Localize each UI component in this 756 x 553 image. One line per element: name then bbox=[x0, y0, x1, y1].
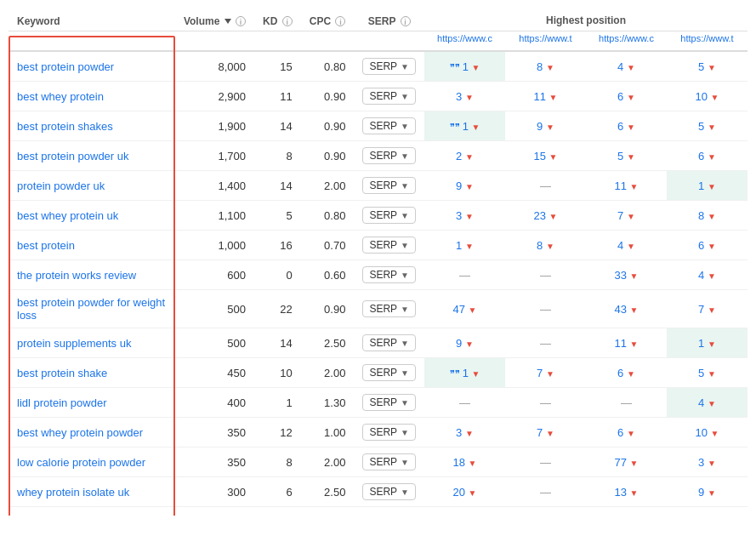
position-value: 1 bbox=[463, 60, 469, 73]
position-cell-2: 8 ▼ bbox=[505, 231, 586, 260]
position-cell-3: 6 ▼ bbox=[586, 111, 667, 141]
keyword-link[interactable]: best whey protein bbox=[17, 90, 104, 103]
keyword-link[interactable]: whey protein isolate uk bbox=[17, 486, 129, 499]
position-value: 11 bbox=[615, 337, 627, 350]
serp-button[interactable]: SERP ▼ bbox=[362, 88, 416, 105]
cpc-cell: 1.00 bbox=[301, 418, 355, 448]
arrow-down-icon: ▼ bbox=[546, 429, 554, 438]
keyword-link[interactable]: best protein bbox=[17, 239, 75, 252]
position-cell-3: 7 ▼ bbox=[586, 201, 667, 231]
table-row: best whey protein powder350121.00SERP ▼3… bbox=[9, 418, 747, 448]
kd-cell: 8 bbox=[254, 141, 301, 171]
serp-button[interactable]: SERP ▼ bbox=[362, 453, 416, 470]
serp-dropdown-icon: ▼ bbox=[401, 241, 409, 250]
volume-cell: 1,000 bbox=[175, 231, 254, 260]
kd-cell: 14 bbox=[254, 111, 301, 141]
position-value: 1 bbox=[456, 239, 462, 252]
table-row: best whey protein uk1,10050.80SERP ▼3 ▼2… bbox=[9, 201, 747, 231]
keyword-link[interactable]: best protein shake bbox=[17, 367, 107, 379]
arrow-down-icon: ▼ bbox=[549, 152, 558, 162]
keyword-link[interactable]: the protein works review bbox=[17, 269, 136, 282]
arrow-down-icon: ▼ bbox=[708, 271, 716, 281]
position-cell-3: 6 ▼ bbox=[586, 82, 667, 111]
serp-button[interactable]: SERP ▼ bbox=[362, 364, 416, 381]
serp-button[interactable]: SERP ▼ bbox=[362, 483, 416, 500]
serp-button[interactable]: SERP ▼ bbox=[362, 207, 416, 224]
cpc-cell: 2.00 bbox=[301, 171, 355, 201]
position-value: 7 bbox=[617, 209, 623, 222]
serp-button[interactable]: SERP ▼ bbox=[362, 237, 416, 254]
table-body: best protein powder8,000150.80SERP ▼❞❞ 1… bbox=[9, 51, 747, 507]
keyword-cell: protein supplements uk bbox=[9, 328, 175, 358]
serp-button[interactable]: SERP ▼ bbox=[362, 266, 416, 283]
serp-button[interactable]: SERP ▼ bbox=[362, 424, 416, 441]
serp-button[interactable]: SERP ▼ bbox=[362, 300, 416, 317]
cpc-cell: 0.90 bbox=[301, 82, 355, 111]
kd-cell: 15 bbox=[254, 51, 301, 82]
position-value: 6 bbox=[617, 367, 623, 379]
position-value: 11 bbox=[534, 90, 546, 103]
volume-info-icon: i bbox=[236, 16, 246, 26]
pos-header-2: https://www.t bbox=[505, 31, 586, 52]
arrow-down-icon: ▼ bbox=[546, 369, 554, 379]
keyword-link[interactable]: protein supplements uk bbox=[17, 337, 131, 350]
serp-button[interactable]: SERP ▼ bbox=[362, 117, 416, 134]
dash-value: — bbox=[540, 303, 551, 316]
cpc-cell: 1.30 bbox=[301, 388, 355, 418]
keyword-link[interactable]: best protein powder for weight loss bbox=[17, 296, 165, 322]
dash-value: — bbox=[621, 396, 632, 409]
position-cell-3: 4 ▼ bbox=[586, 231, 667, 260]
serp-button[interactable]: SERP ▼ bbox=[362, 147, 416, 164]
position-value: 10 bbox=[696, 426, 708, 439]
keyword-link[interactable]: best whey protein powder bbox=[17, 426, 143, 439]
serp-button[interactable]: SERP ▼ bbox=[362, 334, 416, 351]
arrow-down-icon: ▼ bbox=[465, 339, 474, 349]
keyword-link[interactable]: best protein shakes bbox=[17, 120, 113, 133]
position-cell-4: 4 ▼ bbox=[667, 388, 747, 418]
dash-value: — bbox=[540, 486, 551, 499]
position-cell-4: 8 ▼ bbox=[667, 201, 747, 231]
position-cell-2: — bbox=[505, 448, 586, 477]
keyword-link[interactable]: best protein powder uk bbox=[17, 150, 129, 162]
serp-button[interactable]: SERP ▼ bbox=[362, 394, 416, 411]
table-row: best protein powder uk1,70080.90SERP ▼2 … bbox=[9, 141, 747, 171]
position-value: 4 bbox=[698, 269, 704, 282]
volume-cell: 1,400 bbox=[175, 171, 254, 201]
dash-value: — bbox=[540, 396, 551, 409]
position-cell-4: 6 ▼ bbox=[667, 141, 747, 171]
keyword-link[interactable]: lidl protein powder bbox=[17, 396, 107, 409]
volume-cell: 1,100 bbox=[175, 201, 254, 231]
table-row: best protein powder8,000150.80SERP ▼❞❞ 1… bbox=[9, 51, 747, 82]
position-cell-1: — bbox=[424, 388, 505, 418]
keyword-link[interactable]: best whey protein uk bbox=[17, 209, 118, 222]
kd-cell: 1 bbox=[254, 388, 301, 418]
position-value: 20 bbox=[453, 486, 465, 499]
arrow-down-icon: ▼ bbox=[627, 429, 635, 438]
position-cell-3: 33 ▼ bbox=[586, 260, 667, 290]
position-cell-4: 1 ▼ bbox=[667, 171, 747, 201]
position-value: 3 bbox=[456, 426, 462, 439]
volume-cell: 300 bbox=[175, 477, 254, 507]
keyword-link[interactable]: low calorie protein powder bbox=[17, 456, 145, 469]
position-cell-1: — bbox=[424, 260, 505, 290]
position-cell-4: 5 ▼ bbox=[667, 51, 747, 82]
serp-cell: SERP ▼ bbox=[354, 448, 424, 477]
serp-button[interactable]: SERP ▼ bbox=[362, 58, 416, 75]
keyword-link[interactable]: best protein powder bbox=[17, 60, 114, 73]
table-row: whey protein isolate uk30062.50SERP ▼20 … bbox=[9, 477, 747, 507]
table-row: best whey protein2,900110.90SERP ▼3 ▼11 … bbox=[9, 82, 747, 111]
keyword-cell: best protein shakes bbox=[9, 111, 175, 141]
volume-cell: 350 bbox=[175, 448, 254, 477]
keyword-link[interactable]: protein powder uk bbox=[17, 180, 105, 192]
volume-cell: 500 bbox=[175, 290, 254, 328]
kd-cell: 12 bbox=[254, 418, 301, 448]
serp-button[interactable]: SERP ▼ bbox=[362, 177, 416, 194]
position-cell-4: 9 ▼ bbox=[667, 477, 747, 507]
keyword-header: Keyword bbox=[9, 9, 175, 31]
position-value: 6 bbox=[698, 239, 704, 252]
keyword-cell: best whey protein uk bbox=[9, 201, 175, 231]
position-value: 6 bbox=[617, 120, 623, 133]
serp-dropdown-icon: ▼ bbox=[401, 122, 409, 131]
position-value: 4 bbox=[617, 60, 623, 73]
keyword-cell: best whey protein bbox=[9, 82, 175, 111]
